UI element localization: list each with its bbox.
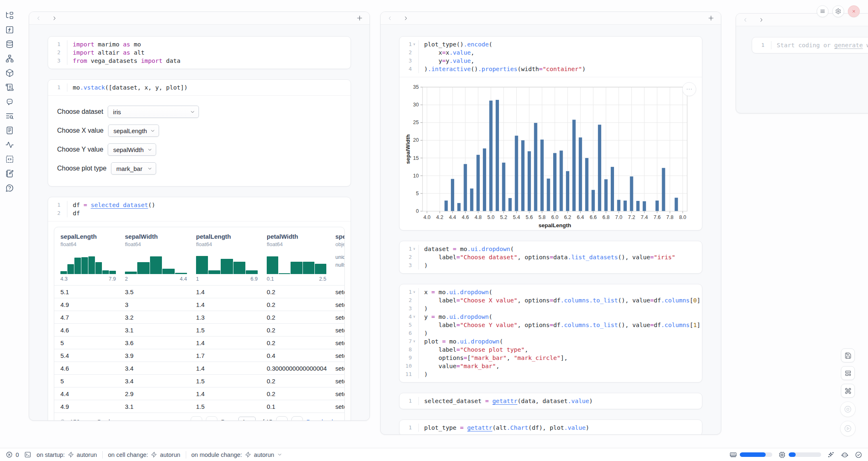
memory-usage[interactable]	[729, 451, 772, 459]
panel-next-button[interactable]	[51, 15, 58, 21]
layout-toggle-button[interactable]	[841, 366, 855, 380]
table-row[interactable]: 4.63.11.50.2setosa	[54, 323, 344, 336]
prev-page-button[interactable]	[206, 416, 217, 421]
code-line[interactable]: 2import altair as alt	[48, 48, 351, 57]
page-select[interactable]: 1	[238, 417, 256, 421]
panel-next-button[interactable]	[403, 15, 409, 21]
run-all-button[interactable]	[840, 421, 856, 436]
code-editor[interactable]: 1selected_dataset = getattr(data, datase…	[399, 393, 702, 409]
table-row[interactable]: 5.13.51.40.2setosa	[54, 285, 344, 298]
code-line[interactable]: 8 label="Choose plot type",	[399, 346, 702, 354]
panel-prev-button[interactable]	[387, 15, 393, 21]
table-row[interactable]: 4.73.21.30.2setosa	[54, 311, 344, 323]
code-line[interactable]: 1plot_type = getattr(alt.Chart(df), plot…	[399, 424, 702, 432]
table-search-button[interactable]	[60, 419, 66, 421]
sidebar-item-function-square[interactable]	[5, 25, 14, 34]
table-row[interactable]: 53.41.50.2setosa	[54, 374, 344, 387]
sidebar-item-package[interactable]	[5, 69, 14, 77]
code-line[interactable]: 3)	[399, 304, 702, 313]
add-cell-button[interactable]	[356, 14, 363, 22]
copilot-status-button[interactable]	[841, 451, 849, 459]
code-line[interactable]: 1∨dataset = mo.ui.dropdown(	[399, 245, 702, 253]
table-row[interactable]: 53.61.40.2setosa	[54, 336, 344, 349]
column-name[interactable]: petalWidth	[267, 233, 335, 240]
code-line[interactable]: 5 label="Choose Y value", options=df.col…	[399, 321, 702, 329]
sidebar-item-list-search[interactable]	[5, 112, 14, 120]
sidebar-item-activity[interactable]	[5, 141, 14, 149]
code-editor[interactable]: 1∨plot_type().encode(2 x=x.value,3 y=y.v…	[399, 37, 702, 77]
sidebar-item-database[interactable]	[5, 40, 14, 48]
code-line[interactable]: 1∨plot_type().encode(	[399, 40, 702, 48]
code-line[interactable]: 3)	[399, 261, 702, 270]
error-count-badge[interactable]: 0	[6, 451, 19, 458]
dropdown-select[interactable]: sepalLength	[108, 124, 159, 137]
sidebar-item-code-block[interactable]	[5, 155, 14, 164]
column-histogram[interactable]	[196, 253, 258, 274]
panel-prev-button[interactable]	[35, 15, 42, 21]
download-button[interactable]: Download	[307, 419, 339, 421]
last-page-button[interactable]	[291, 416, 303, 421]
dropdown-select[interactable]: iris	[108, 106, 199, 118]
table-row[interactable]: 5.43.91.70.4setosa	[54, 349, 344, 362]
sidebar-item-notebook-pen[interactable]	[5, 169, 14, 178]
code-line[interactable]: 1mo.vstack([dataset, x, y, plot])	[48, 83, 351, 92]
code-line[interactable]: 1selected_dataset = getattr(data, datase…	[399, 397, 702, 405]
code-line[interactable]: 11)	[399, 370, 702, 378]
dropdown-select[interactable]: sepalWidth	[108, 143, 156, 156]
sidebar-item-scroll[interactable]	[5, 83, 14, 92]
code-line[interactable]: 6)	[399, 329, 702, 337]
next-page-button[interactable]	[276, 416, 288, 421]
sidebar-item-document[interactable]	[5, 126, 14, 135]
code-line[interactable]: 1∨x = mo.ui.dropdown(	[399, 288, 702, 296]
sidebar-item-file-tree[interactable]	[5, 11, 14, 20]
cpu-usage[interactable]	[778, 451, 821, 459]
altair-bar-chart[interactable]: 4.04.24.44.64.85.05.25.45.65.86.06.26.46…	[404, 81, 698, 228]
sidebar-item-network[interactable]	[5, 54, 14, 63]
code-editor[interactable]: 1df = selected_dataset()2df	[48, 197, 351, 221]
dropdown-select[interactable]: mark_bar	[111, 162, 156, 175]
code-line[interactable]: 9 options=["mark_bar", "mark_circle"],	[399, 354, 702, 362]
notebook-menu-button[interactable]	[817, 5, 829, 17]
code-editor[interactable]: 1plot_type = getattr(alt.Chart(df), plot…	[399, 420, 702, 435]
table-row[interactable]: 4.931.40.2setosa	[54, 298, 344, 311]
code-line[interactable]: 2 label="Choose X value", options=df.col…	[399, 296, 702, 304]
code-line[interactable]: 2 label="Choose dataset", options=data.l…	[399, 253, 702, 261]
autorun-config-0[interactable]: on startup:autorun	[37, 452, 97, 458]
autorun-config-1[interactable]: on cell change:autorun	[108, 452, 180, 458]
code-editor[interactable]: 1mo.vstack([dataset, x, y, plot])	[48, 80, 351, 95]
fold-chevron-icon[interactable]: ∨	[412, 40, 417, 48]
table-row[interactable]: 4.93.11.50.1setosa	[54, 400, 344, 413]
settings-button[interactable]	[832, 5, 844, 17]
code-line[interactable]: 2df	[48, 209, 351, 217]
first-page-button[interactable]	[191, 416, 202, 421]
column-name[interactable]: sepalWidth	[125, 233, 196, 240]
panel-prev-button[interactable]	[742, 17, 748, 23]
table-row[interactable]: 4.63.41.40.3000000000000004setosa	[54, 362, 344, 374]
code-line[interactable]: 3 y=y.value,	[399, 57, 702, 65]
terminal-button[interactable]	[24, 451, 31, 458]
column-name[interactable]: petalLength	[196, 233, 267, 240]
sidebar-item-chat-bot[interactable]	[5, 97, 14, 106]
code-line[interactable]: 1import marimo as mo	[48, 40, 351, 48]
code-line[interactable]: 10 value="mark_bar",	[399, 362, 702, 370]
column-name[interactable]: sepalLength	[60, 233, 125, 240]
code-line[interactable]: 7∨plot = mo.ui.dropdown(	[399, 337, 702, 346]
autorun-config-2[interactable]: on module change:autorun	[192, 452, 283, 458]
column-histogram[interactable]	[60, 253, 116, 274]
code-line[interactable]: 1df = selected_dataset()	[48, 201, 351, 209]
code-editor[interactable]: 1∨x = mo.ui.dropdown(2 label="Choose X v…	[399, 284, 702, 382]
fold-chevron-icon[interactable]: ∨	[412, 288, 417, 296]
table-row[interactable]: 4.42.91.40.2setosa	[54, 387, 344, 400]
code-editor[interactable]: 1Start coding or generate with AI	[752, 37, 868, 53]
command-palette-button[interactable]	[841, 384, 855, 398]
code-line[interactable]: 1Start coding or generate with AI	[752, 41, 868, 49]
shutdown-button[interactable]	[848, 5, 860, 17]
code-line[interactable]: 3from vega_datasets import data	[48, 57, 351, 65]
column-histogram[interactable]	[125, 253, 187, 274]
column-histogram[interactable]	[267, 253, 326, 274]
column-name[interactable]: species	[335, 233, 344, 240]
chart-menu-button[interactable]	[682, 82, 696, 96]
ai-assist-button[interactable]	[827, 451, 835, 459]
stop-kernel-button[interactable]	[840, 401, 856, 417]
code-editor[interactable]: 1∨dataset = mo.ui.dropdown(2 label="Choo…	[399, 241, 702, 273]
